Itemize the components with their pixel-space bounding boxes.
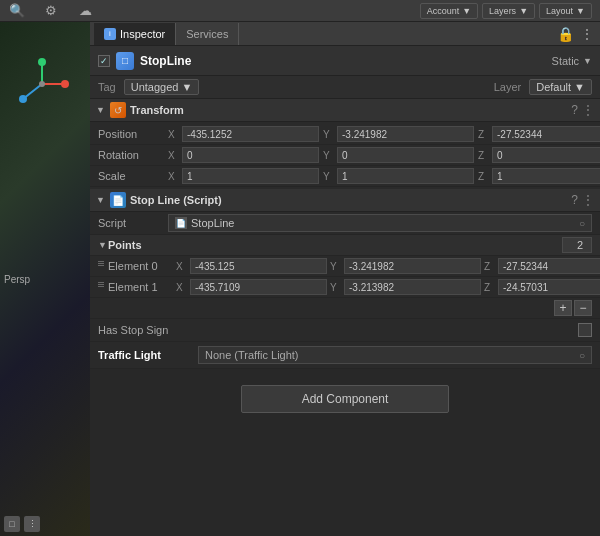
- element-0-z-input[interactable]: [498, 258, 600, 274]
- element-1-row: Element 1 X Y Z: [90, 277, 600, 298]
- el0-z-axis: Z: [484, 261, 496, 272]
- points-arrow-icon: ▼: [98, 240, 108, 250]
- rotation-x-input[interactable]: [182, 147, 319, 163]
- search-icon[interactable]: 🔍: [8, 2, 26, 20]
- account-chevron-icon: ▼: [462, 6, 471, 16]
- object-active-checkbox[interactable]: [98, 55, 110, 67]
- rotation-x-field: X: [168, 147, 319, 163]
- position-x-field: X: [168, 126, 319, 142]
- scale-z-input[interactable]: [492, 168, 600, 184]
- script-section-header[interactable]: ▼ 📄 Stop Line (Script) ? ⋮: [90, 189, 600, 212]
- element-1-x: X: [176, 279, 327, 295]
- rotation-z-input[interactable]: [492, 147, 600, 163]
- scale-x-field: X: [168, 168, 319, 184]
- account-label: Account: [427, 6, 460, 16]
- tab-services[interactable]: Services: [176, 23, 239, 45]
- script-help-icon[interactable]: ?: [571, 193, 578, 207]
- tag-dropdown[interactable]: Untagged ▼: [124, 79, 200, 95]
- transform-arrow-icon: ▼: [96, 105, 106, 115]
- script-target-icon[interactable]: ○: [579, 218, 585, 229]
- scale-y-field: Y: [323, 168, 474, 184]
- transform-icon: ↺: [110, 102, 126, 118]
- add-element-button[interactable]: +: [554, 300, 572, 316]
- element-1-label: Element 1: [108, 281, 172, 293]
- settings-icon[interactable]: ⚙: [42, 2, 60, 20]
- inspector-content: □ StopLine Static ▼ Tag Untagged ▼ Layer…: [90, 46, 600, 536]
- layout-label: Layout: [546, 6, 573, 16]
- position-z-field: Z: [478, 126, 600, 142]
- transform-section-right: ? ⋮: [571, 103, 594, 117]
- static-label: Static: [552, 55, 580, 67]
- scale-x-input[interactable]: [182, 168, 319, 184]
- layer-chevron: ▼: [574, 81, 585, 93]
- script-value-field: 📄 StopLine ○: [168, 214, 592, 232]
- cloud-icon[interactable]: ☁: [76, 2, 94, 20]
- script-value-text: StopLine: [191, 217, 234, 229]
- remove-element-button[interactable]: −: [574, 300, 592, 316]
- object-icon: □: [116, 52, 134, 70]
- script-more-icon[interactable]: ⋮: [582, 193, 594, 207]
- rotation-z-field: Z: [478, 147, 600, 163]
- element-1-x-input[interactable]: [190, 279, 327, 295]
- scale-y-input[interactable]: [337, 168, 474, 184]
- points-header[interactable]: ▼ Points 2: [90, 235, 600, 256]
- element-0-row: Element 0 X Y Z: [90, 256, 600, 277]
- rot-y-axis: Y: [323, 150, 335, 161]
- element-0-x-input[interactable]: [190, 258, 327, 274]
- transform-properties: Position X Y Z: [90, 122, 600, 189]
- add-component-button[interactable]: Add Component: [241, 385, 450, 413]
- svg-point-5: [19, 95, 27, 103]
- layers-dropdown[interactable]: Layers ▼: [482, 3, 535, 19]
- layout-dropdown[interactable]: Layout ▼: [539, 3, 592, 19]
- element-0-y-input[interactable]: [344, 258, 481, 274]
- el1-y-axis: Y: [330, 282, 342, 293]
- element-1-y-input[interactable]: [344, 279, 481, 295]
- transform-section-header[interactable]: ▼ ↺ Transform ? ⋮: [90, 99, 600, 122]
- persp-label: Persp: [4, 274, 30, 285]
- scale-row: Scale X Y Z: [90, 166, 600, 187]
- script-label: Script: [98, 217, 168, 229]
- tab-lock-icon[interactable]: 🔒: [557, 26, 574, 42]
- position-x-input[interactable]: [182, 126, 319, 142]
- points-count[interactable]: 2: [562, 237, 592, 253]
- scale-z-field: Z: [478, 168, 600, 184]
- tab-inspector[interactable]: i Inspector: [94, 23, 176, 45]
- top-bar-left: 🔍 ⚙ ☁: [8, 2, 410, 20]
- element-1-handle: [98, 282, 104, 292]
- element-0-handle: [98, 261, 104, 271]
- el0-x-axis: X: [176, 261, 188, 272]
- transform-more-icon[interactable]: ⋮: [582, 103, 594, 117]
- position-z-input[interactable]: [492, 126, 600, 142]
- tab-more-icon[interactable]: ⋮: [580, 26, 594, 42]
- has-stop-sign-label: Has Stop Sign: [98, 324, 578, 336]
- scene-icon-2[interactable]: ⋮: [24, 516, 40, 532]
- scale-fields: X Y Z: [168, 168, 600, 184]
- element-1-z-input[interactable]: [498, 279, 600, 295]
- script-section-icon: 📄: [110, 192, 126, 208]
- element-1-z: Z: [484, 279, 600, 295]
- el1-z-axis: Z: [484, 282, 496, 293]
- add-component-section: Add Component: [90, 369, 600, 429]
- static-dropdown-icon[interactable]: ▼: [583, 56, 592, 66]
- rotation-y-input[interactable]: [337, 147, 474, 163]
- traffic-light-pick-icon[interactable]: ○: [579, 350, 585, 361]
- transform-help-icon[interactable]: ?: [571, 103, 578, 117]
- element-0-y: Y: [330, 258, 481, 274]
- transform-title: Transform: [130, 104, 567, 116]
- rot-z-axis: Z: [478, 150, 490, 161]
- layer-dropdown[interactable]: Default ▼: [529, 79, 592, 95]
- scene-panel: Persp □ ⋮: [0, 22, 90, 536]
- add-remove-row: + −: [90, 298, 600, 319]
- tab-bar: i Inspector Services 🔒 ⋮: [90, 22, 600, 46]
- account-dropdown[interactable]: Account ▼: [420, 3, 478, 19]
- position-y-input[interactable]: [337, 126, 474, 142]
- scale-y-axis: Y: [323, 171, 335, 182]
- rotation-row: Rotation X Y Z: [90, 145, 600, 166]
- scene-icon-1[interactable]: □: [4, 516, 20, 532]
- layers-label: Layers: [489, 6, 516, 16]
- gizmo: [15, 57, 70, 112]
- object-header: □ StopLine Static ▼: [90, 46, 600, 76]
- has-stop-sign-checkbox[interactable]: [578, 323, 592, 337]
- traffic-light-field[interactable]: None (Traffic Light) ○: [198, 346, 592, 364]
- static-badge: Static ▼: [552, 55, 592, 67]
